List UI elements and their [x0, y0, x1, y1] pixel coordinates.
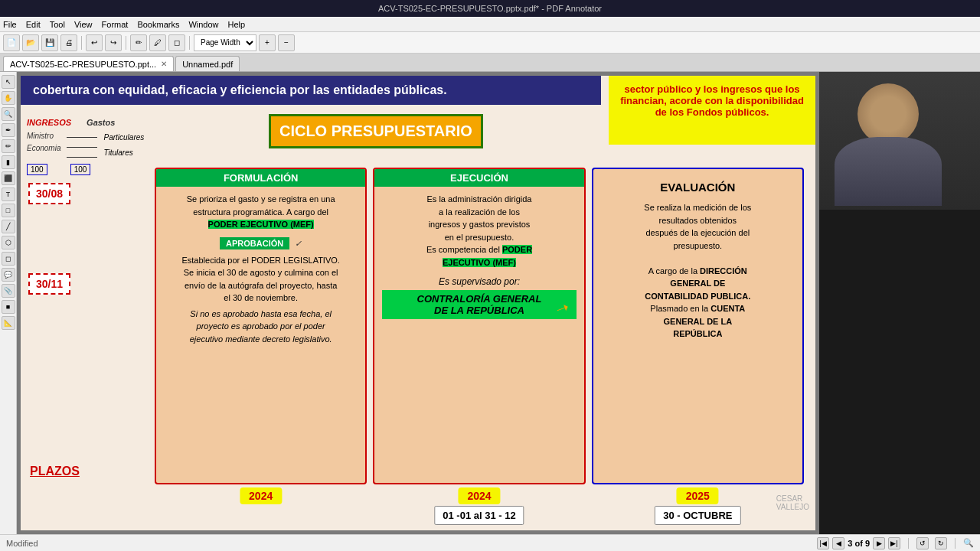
tool-shape[interactable]: □: [2, 204, 15, 217]
tool-pen[interactable]: ✒: [2, 123, 15, 137]
zoom-dropdown[interactable]: Page Width: [194, 34, 256, 51]
menu-window[interactable]: Window: [188, 20, 218, 29]
tab-active-close[interactable]: ✕: [161, 60, 167, 68]
hw-titles: INGRESOS Gastos: [27, 118, 149, 127]
menu-edit[interactable]: Edit: [26, 20, 41, 29]
tool-attach[interactable]: 📎: [2, 284, 15, 298]
tabbar: ACV-TS025-EC-PRESUPUESTO.ppt... ✕ Unname…: [0, 54, 980, 72]
sep1: [81, 36, 82, 50]
prev-page-btn[interactable]: ◀: [832, 537, 844, 549]
plazos-label: PLAZOS: [30, 465, 80, 478]
undo-btn[interactable]: ↩: [86, 34, 103, 51]
tool-line[interactable]: ╱: [2, 220, 15, 233]
status-sep: [908, 538, 909, 549]
eraser-btn[interactable]: ◻: [168, 34, 185, 51]
menu-bookmarks[interactable]: Bookmarks: [137, 20, 179, 29]
card-ejecucion-body: Es la administración dirigida a la reali…: [382, 193, 576, 269]
hw-gastos: Gastos: [87, 118, 115, 127]
hw-box2: 100: [70, 164, 91, 175]
cards-row: FORMULACIÓN Se prioriza el gasto y se re…: [147, 168, 812, 484]
ciclo-banner: CICLO PRESUPUESTARIO: [269, 114, 483, 148]
aprobacion-title: APROBACIÓN: [220, 237, 289, 249]
menu-format[interactable]: Format: [102, 20, 129, 29]
card-formulacion-title: FORMULACIÓN: [156, 169, 365, 187]
status-sep2: [955, 538, 956, 549]
tool-stamp[interactable]: ⬡: [2, 236, 15, 249]
tool-eraser[interactable]: ◻: [2, 252, 15, 266]
hw-table: Ministro Economia Particulares Titulares: [27, 130, 149, 161]
tab-active-label: ACV-TS025-EC-PRESUPUESTO.ppt...: [10, 60, 156, 69]
hw-label-col: Particulares Titulares: [103, 130, 144, 161]
evaluacion-year-row: 2025: [677, 487, 719, 504]
ejecucion-year: 2024: [458, 487, 500, 504]
left-sidebar: ↖ ✋ 🔍 ✒ ✏ ▮ ⬛ T □ ╱ ⬡ ◻ 💬 📎 ■ 📐: [0, 72, 17, 534]
tool-pencil[interactable]: ✏: [2, 139, 15, 153]
card-ejecucion-title: EJECUCIÓN: [374, 169, 583, 187]
open-btn[interactable]: 📂: [22, 34, 39, 51]
formulacion-year: 2024: [240, 487, 282, 504]
save-btn[interactable]: 💾: [41, 34, 58, 51]
page-nav: |◀ ◀ 3 of 9 ▶ ▶|: [817, 537, 900, 549]
highlight-btn[interactable]: 🖊: [149, 34, 166, 51]
menu-view[interactable]: View: [74, 20, 93, 29]
zoom-level: 🔍: [963, 538, 974, 548]
tool-note[interactable]: 💬: [2, 268, 15, 282]
sep2: [126, 36, 126, 50]
menu-tool[interactable]: Tool: [50, 20, 65, 29]
card-aprobacion-body: Establecida por el PODER LEGISLATIVO. Se…: [164, 254, 358, 305]
evaluacion-date-row: 30 - OCTUBRE: [655, 506, 740, 525]
date-box-2: 30/11: [28, 273, 70, 295]
person-head: [858, 83, 919, 145]
tool-highlight[interactable]: ⬛: [2, 171, 15, 185]
status-modified: Modified: [6, 539, 38, 548]
slide-content: cobertura con equidad, eficacia y eficie…: [21, 76, 815, 530]
redo-btn[interactable]: ↪: [105, 34, 122, 51]
formulacion-year-row: 2024: [240, 487, 282, 504]
pdf-area[interactable]: cobertura con equidad, eficacia y eficie…: [17, 72, 819, 534]
ciclo-area: CICLO PRESUPUESTARIO: [151, 114, 601, 148]
pencil-btn[interactable]: ✏: [130, 34, 147, 51]
new-btn[interactable]: 📄: [3, 34, 20, 51]
hw-ingresos: INGRESOS: [27, 118, 71, 127]
print-btn[interactable]: 🖨: [60, 34, 77, 51]
zoom-out-btn[interactable]: −: [278, 34, 295, 51]
tool-arrow[interactable]: ↖: [2, 75, 15, 89]
zoom-in-btn[interactable]: +: [259, 34, 276, 51]
top-banner: cobertura con equidad, eficacia y eficie…: [21, 76, 601, 105]
rotate-right-btn[interactable]: ↻: [935, 537, 947, 549]
app-title: ACV-TS025-EC-PRESUPUESTO.pptx.pdf* - PDF…: [6, 4, 974, 13]
card-aprobacion-extra: Si no es aprobado hasta esa fecha, el pr…: [164, 308, 358, 346]
ejecucion-date: 01 -01 al 31 - 12: [434, 506, 524, 525]
tool-zoom[interactable]: 🔍: [2, 107, 15, 121]
sep3: [189, 36, 190, 50]
tool-text[interactable]: T: [2, 187, 15, 201]
evaluacion-year: 2025: [677, 487, 719, 504]
tool-measure[interactable]: 📐: [2, 316, 15, 330]
card-supervisado: Es supervisado por:: [382, 276, 576, 287]
hw-subtitle: Ministro Economia: [27, 130, 60, 155]
card-formulacion: FORMULACIÓN Se prioriza el gasto y se re…: [155, 168, 367, 484]
video-feed: [819, 72, 980, 210]
menu-file[interactable]: File: [3, 20, 17, 29]
tool-marker[interactable]: ▮: [2, 155, 15, 169]
evaluacion-date: 30 - OCTUBRE: [655, 506, 740, 525]
hw-lines-col: [67, 130, 97, 158]
tab-unnamed[interactable]: Unnamed.pdf: [175, 56, 240, 71]
rotate-left-btn[interactable]: ↺: [916, 537, 929, 549]
card-aprobacion-section: APROBACIÓN ✓: [164, 237, 358, 249]
watermark: CESARVALLEJO: [776, 494, 809, 511]
last-page-btn[interactable]: ▶|: [888, 537, 900, 549]
tool-hand[interactable]: ✋: [2, 91, 15, 105]
next-page-btn[interactable]: ▶: [873, 537, 885, 549]
card-formulacion-body: Se prioriza el gasto y se registra en un…: [164, 193, 358, 231]
titlebar: ACV-TS025-EC-PRESUPUESTO.pptx.pdf* - PDF…: [0, 0, 980, 17]
menu-help[interactable]: Help: [228, 20, 246, 29]
toolbar: 📄 📂 💾 🖨 ↩ ↪ ✏ 🖊 ◻ Page Width + −: [0, 32, 980, 54]
tool-redact[interactable]: ■: [2, 300, 15, 314]
tab-active[interactable]: ACV-TS025-EC-PRESUPUESTO.ppt... ✕: [3, 56, 174, 71]
first-page-btn[interactable]: |◀: [817, 537, 829, 549]
card-evaluacion-title: EVALUACIÓN: [601, 181, 795, 194]
page-indicator: 3 of 9: [848, 539, 870, 548]
right-panel: [819, 72, 980, 534]
aprobacion-check: ✓: [295, 239, 302, 248]
